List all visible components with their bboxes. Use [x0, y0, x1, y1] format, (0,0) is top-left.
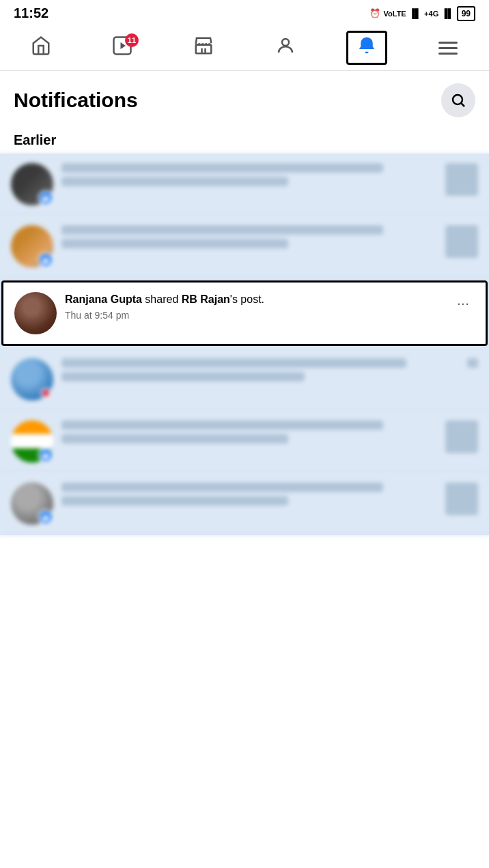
- nav-item-menu[interactable]: [428, 31, 469, 65]
- svg-point-6: [453, 95, 462, 104]
- notif-more-button-3[interactable]: ···: [451, 292, 475, 315]
- notif-text-blurred-6b: [61, 496, 288, 506]
- home-icon: [31, 35, 51, 61]
- notif-text-blurred-4b: [61, 372, 305, 381]
- notification-item-4[interactable]: [0, 349, 489, 411]
- avatar-wrap-1: [11, 163, 53, 205]
- reaction-badge-6: [38, 510, 53, 525]
- notif-thumb-blurred-2: [445, 225, 478, 258]
- reaction-badge-2: [38, 252, 53, 267]
- signal2-icon: ▐▌: [441, 8, 453, 18]
- marketplace-icon: [193, 35, 214, 61]
- notif-content-3: Ranjana Gupta shared RB Rajan's post. Th…: [65, 292, 451, 321]
- menu-icon: [438, 42, 458, 55]
- notif-time-3: Thu at 9:54 pm: [65, 310, 451, 321]
- nav-bar: 11: [0, 25, 489, 71]
- svg-point-5: [282, 39, 289, 46]
- page-title: Notifications: [14, 89, 138, 112]
- notification-item-6[interactable]: [0, 473, 489, 535]
- status-icons: ⏰ VoLTE ▐▌ +4G ▐▌ 99: [369, 6, 475, 21]
- notifications-list: Ranjana Gupta shared RB Rajan's post. Th…: [0, 154, 489, 535]
- page-header: Notifications: [0, 71, 489, 126]
- notif-text-blurred-5a: [61, 420, 383, 430]
- nav-item-profile[interactable]: [265, 31, 306, 65]
- notification-item-3[interactable]: Ranjana Gupta shared RB Rajan's post. Th…: [1, 280, 488, 346]
- avatar-wrap-4: [11, 358, 53, 401]
- battery-indicator: 99: [457, 6, 475, 21]
- status-bar: 11:52 ⏰ VoLTE ▐▌ +4G ▐▌ 99: [0, 0, 489, 25]
- avatar-1: [11, 163, 53, 205]
- reels-badge: 11: [125, 33, 139, 47]
- notification-item-5[interactable]: [0, 411, 489, 473]
- avatar-4: [11, 358, 53, 401]
- notif-content-5: [61, 420, 440, 448]
- avatar-wrap-5: [11, 420, 53, 463]
- svg-rect-2: [196, 44, 212, 53]
- notif-thumb-blurred-4: [467, 358, 478, 368]
- notif-thumb-blurred-1: [445, 163, 478, 196]
- notification-item-2[interactable]: [0, 216, 489, 278]
- reaction-badge-1: [38, 190, 53, 205]
- notif-text-blurred-1a: [61, 163, 383, 173]
- volte-icon: VoLTE: [383, 10, 406, 18]
- avatar-5: [11, 420, 53, 463]
- notification-item-1[interactable]: [0, 154, 489, 216]
- nav-item-reels[interactable]: 11: [102, 31, 143, 65]
- notif-text-3: Ranjana Gupta shared RB Rajan's post.: [65, 292, 451, 307]
- notif-text-blurred-5b: [61, 434, 288, 444]
- avatar-6: [11, 482, 53, 525]
- notif-text-blurred-6a: [61, 482, 383, 492]
- notif-suffix-3: 's post.: [230, 293, 264, 305]
- reaction-badge-4: [41, 388, 51, 398]
- status-time: 11:52: [14, 5, 48, 21]
- signal-icon: ▐▌: [409, 8, 421, 18]
- notif-text-blurred-1b: [61, 177, 288, 186]
- avatar-wrap-6: [11, 482, 53, 525]
- notif-content-6: [61, 482, 440, 510]
- notif-text-blurred-4a: [61, 358, 406, 368]
- nav-item-marketplace[interactable]: [183, 31, 224, 65]
- alarm-icon: ⏰: [369, 8, 380, 18]
- notif-content-4: [61, 358, 467, 386]
- profile-icon: [275, 35, 296, 61]
- nav-item-notifications[interactable]: [346, 31, 387, 65]
- avatar-wrap-2: [11, 225, 53, 267]
- section-earlier-label: Earlier: [0, 126, 489, 154]
- nav-item-home[interactable]: [20, 31, 61, 65]
- reaction-badge-5: [38, 448, 53, 463]
- svg-line-7: [462, 104, 465, 107]
- notif-thumb-blurred-6: [445, 482, 478, 515]
- notif-action-3: shared: [142, 293, 182, 305]
- notif-text-blurred-2a: [61, 225, 383, 235]
- notif-thumb-blurred-5: [445, 420, 478, 453]
- notif-target-3: RB Rajan: [182, 293, 230, 305]
- avatar-2: [11, 225, 53, 267]
- notif-author-3: Ranjana Gupta: [65, 293, 142, 305]
- search-button[interactable]: [441, 83, 475, 117]
- avatar-wrap-3: [14, 292, 57, 334]
- network-4g-icon: +4G: [424, 10, 438, 18]
- bell-icon: [357, 35, 377, 61]
- notif-content-2: [61, 225, 440, 252]
- notif-content-1: [61, 163, 440, 190]
- avatar-3: [14, 292, 57, 334]
- notif-text-blurred-2b: [61, 239, 288, 248]
